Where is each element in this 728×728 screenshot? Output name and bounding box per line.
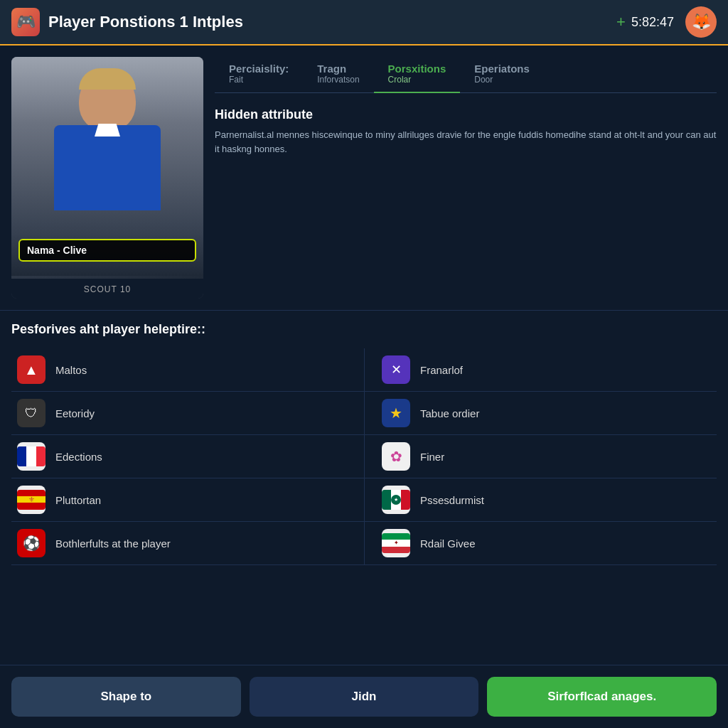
- club-icon-pssesdurmist: ★: [382, 486, 410, 514]
- club-item[interactable]: ✦ Rdail Givee: [364, 522, 717, 565]
- player-info: Perciaislity: Fait Tragn Inforvatson Por…: [203, 57, 717, 299]
- tab-personality[interactable]: Perciaislity: Fait: [215, 57, 303, 93]
- club-icon-rdail: ✦: [382, 529, 410, 557]
- tab-experience-sub: Door: [474, 75, 530, 85]
- player-photo: Nama - Clive SCOUT 10: [11, 57, 203, 299]
- player-section: Nama - Clive SCOUT 10 Perciaislity: Fait…: [0, 46, 728, 311]
- performances-title: Pesforives aht player heleptire::: [11, 322, 717, 337]
- club-icon-bothlerfults: ⚽: [17, 529, 46, 557]
- club-icon-pluttortan: ⚜: [17, 486, 46, 514]
- club-item[interactable]: ✕ Franarlof: [364, 348, 717, 392]
- club-name-eetoridy: Eetoridy: [55, 407, 95, 419]
- app-icon-symbol: 🎮: [16, 13, 36, 31]
- tab-positions-main: Porsxitions: [388, 63, 446, 75]
- club-icon-maltos: ▲: [17, 355, 46, 384]
- club-item[interactable]: ✿ Finer: [364, 435, 717, 478]
- jidn-button[interactable]: Jidn: [250, 677, 479, 717]
- credits-value: 5:82:47: [631, 15, 674, 30]
- club-icon-finer: ✿: [382, 442, 410, 471]
- club-icon-franarlof: ✕: [382, 355, 410, 384]
- app-title: Player Ponstions 1 Intples: [48, 13, 616, 31]
- tab-personality-main: Perciaislity:: [229, 63, 289, 75]
- tab-positions[interactable]: Porsxitions Crolar: [374, 57, 461, 93]
- tab-training-sub: Inforvatson: [317, 75, 359, 85]
- club-name-tabue: Tabue ordier: [420, 407, 479, 419]
- app-icon: 🎮: [11, 8, 40, 36]
- bottom-buttons: Shape to Jidn Sirforflcad anages.: [0, 665, 728, 728]
- club-name-pssesdurmist: Pssesdurmist: [420, 494, 484, 506]
- tab-positions-sub: Crolar: [388, 75, 446, 85]
- tab-experience-main: Eperiatons: [474, 63, 530, 75]
- credits-plus: +: [616, 13, 626, 31]
- tab-training[interactable]: Tragn Inforvatson: [303, 57, 373, 93]
- shape-to-button[interactable]: Shape to: [11, 677, 241, 717]
- player-tabs: Perciaislity: Fait Tragn Inforvatson Por…: [215, 57, 717, 93]
- hidden-attribute-section: Hidden attribute Parnernalist.al mennes …: [215, 102, 717, 161]
- hidden-attribute-description: Parnernalist.al mennes hiscewinque to mi…: [215, 128, 717, 156]
- club-item[interactable]: ★ Pssesdurmist: [364, 478, 717, 522]
- club-name-rdail: Rdail Givee: [420, 537, 476, 550]
- club-item[interactable]: ⚽ Bothlerfults at the player: [11, 522, 364, 565]
- club-name-edections: Edections: [55, 451, 102, 463]
- club-item[interactable]: Edections: [11, 435, 364, 478]
- scout-label: SCOUT 10: [11, 279, 203, 299]
- hidden-attribute-title: Hidden attribute: [215, 107, 717, 122]
- tab-training-main: Tragn: [317, 63, 359, 75]
- user-avatar[interactable]: 🦊: [685, 6, 717, 38]
- club-name-franarlof: Franarlof: [420, 364, 463, 376]
- club-item[interactable]: ▲ Maltos: [11, 348, 364, 392]
- club-name-bothlerfults: Bothlerfults at the player: [55, 537, 171, 550]
- club-icon-edections: [17, 442, 46, 471]
- player-name-badge: Nama - Clive: [27, 245, 87, 256]
- tab-experience[interactable]: Eperiatons Door: [460, 57, 544, 93]
- club-icon-eetoridy: 🛡: [17, 399, 46, 427]
- club-name-pluttortan: Pluttortan: [55, 494, 101, 506]
- topbar: 🎮 Player Ponstions 1 Intples + 5:82:47 🦊: [0, 0, 728, 46]
- club-icon-tabue: ★: [382, 399, 410, 427]
- club-name-maltos: Maltos: [55, 364, 87, 376]
- club-name-finer: Finer: [420, 451, 444, 463]
- sirforflcad-button[interactable]: Sirforflcad anages.: [487, 677, 717, 717]
- club-item[interactable]: 🛡 Eetoridy: [11, 392, 364, 435]
- clubs-grid: ▲ Maltos ✕ Franarlof 🛡 Eetoridy ★ Tabue …: [11, 348, 717, 565]
- club-item[interactable]: ⚜ Pluttortan: [11, 478, 364, 522]
- credits-display: + 5:82:47: [616, 13, 674, 31]
- club-item[interactable]: ★ Tabue ordier: [364, 392, 717, 435]
- tab-personality-sub: Fait: [229, 75, 289, 85]
- performances-section: Pesforives aht player heleptire:: ▲ Malt…: [0, 311, 728, 577]
